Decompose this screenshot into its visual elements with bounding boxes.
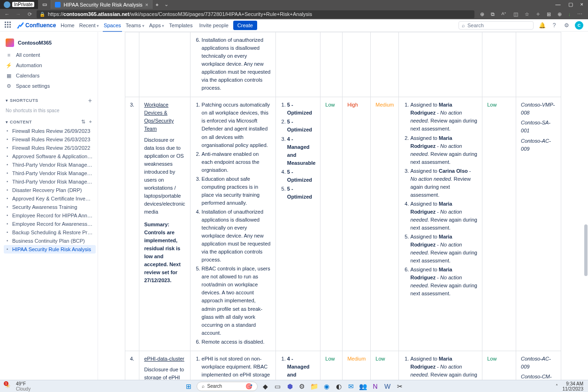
tree-item[interactable]: •Firewall Rules Review 26/09/2023 bbox=[4, 127, 96, 135]
notifications-icon[interactable]: 🔔 bbox=[538, 22, 546, 29]
tree-item[interactable]: •Third-Party Vendor Risk Management - 27… bbox=[4, 177, 96, 186]
zoom-icon[interactable]: ⊕ bbox=[480, 11, 484, 17]
space-header[interactable]: ContosoM365 bbox=[0, 36, 98, 50]
nav-teams[interactable]: Teams bbox=[126, 23, 145, 28]
confluence-logo[interactable]: Confluence bbox=[17, 22, 56, 29]
tree-item[interactable]: •Backup Scheduling & Restore Procedure bbox=[4, 228, 96, 237]
nav-apps[interactable]: Apps bbox=[149, 23, 165, 28]
split-icon[interactable]: ◫ bbox=[513, 11, 518, 17]
browser-tab[interactable]: HIPAA Security Rule Risk Analysis × bbox=[51, 0, 152, 9]
chrome-icon[interactable]: ◐ bbox=[335, 382, 343, 391]
snip-icon[interactable]: ✂ bbox=[396, 382, 404, 391]
outlook-icon[interactable]: ✉ bbox=[347, 382, 355, 391]
scrollbar-thumb[interactable] bbox=[584, 224, 588, 276]
sidebar-automation[interactable]: ⚡Automation bbox=[0, 60, 98, 70]
nav-spaces[interactable]: Spaces bbox=[104, 23, 121, 28]
text-icon[interactable]: A⁺ bbox=[501, 11, 506, 17]
search-input[interactable]: ⌕ Search bbox=[458, 21, 534, 30]
tree-item[interactable]: •Firewall Rules Review 26/10/2022 bbox=[4, 144, 96, 152]
tree-label: Third-Party Vendor Risk Management - 27/… bbox=[12, 170, 93, 176]
tree-item[interactable]: •Approved Software & Applications List bbox=[4, 152, 96, 161]
tab-actions-button[interactable]: ▭ bbox=[38, 0, 51, 9]
avatar[interactable]: C bbox=[575, 21, 583, 30]
main-content[interactable]: Installation of unauthorized application… bbox=[98, 32, 588, 380]
refresh-icon[interactable]: ⟳ bbox=[25, 11, 34, 17]
chevron-icon: • bbox=[7, 188, 10, 192]
tree-item[interactable]: •Business Continuity Plan (BCP) bbox=[4, 237, 96, 245]
copilot-taskbar-icon[interactable]: ◆ bbox=[261, 382, 270, 391]
tree-label: HIPAA Security Rule Risk Analysis bbox=[12, 246, 93, 252]
minimize-icon[interactable]: — bbox=[556, 1, 561, 8]
maximize-icon[interactable]: ▢ bbox=[568, 1, 573, 8]
read-aloud-icon[interactable]: ⧉ bbox=[491, 11, 495, 17]
sidebar-all-content[interactable]: ≡All content bbox=[0, 50, 98, 60]
settings-taskbar-icon[interactable]: ⚙ bbox=[298, 382, 306, 391]
tree-label: Approved Software & Applications List bbox=[12, 154, 93, 159]
collections-icon[interactable]: ⊕ bbox=[557, 11, 562, 17]
sidebar: ContosoM365 ≡All content ⚡Automation ▦Ca… bbox=[0, 32, 98, 380]
favorite-icon[interactable]: ☆ bbox=[525, 11, 529, 17]
add-shortcut-button[interactable]: + bbox=[88, 97, 92, 104]
close-tab-icon[interactable]: × bbox=[145, 2, 148, 8]
sidebar-space-settings[interactable]: ⚙Space settings bbox=[0, 81, 98, 91]
tree-item[interactable]: •Disaster Recovery Plan (DRP) bbox=[4, 186, 96, 194]
search-icon: ⌕ bbox=[202, 384, 205, 389]
new-tab-button[interactable]: + bbox=[153, 2, 162, 8]
close-window-icon[interactable]: × bbox=[580, 1, 583, 8]
gear-icon: ⚙ bbox=[6, 83, 12, 89]
tree-label: Employee Record for Awareness Training bbox=[12, 221, 93, 227]
tab-favicon-icon bbox=[55, 2, 61, 8]
help-icon[interactable]: ? bbox=[550, 22, 558, 29]
tabs-menu-icon[interactable]: ⌄ bbox=[162, 1, 171, 8]
tree-item[interactable]: •Firewall Rules Review 26/03/2023 bbox=[4, 135, 96, 144]
weather-widget[interactable]: 1 49°F Cloudy bbox=[0, 381, 35, 392]
table-row: 3.Workplace Devices & Ops/Security TeamD… bbox=[125, 97, 561, 351]
extensions-icon[interactable]: ⊞ bbox=[547, 11, 551, 17]
filter-icon[interactable]: ⇅ bbox=[81, 119, 85, 125]
tree-item[interactable]: •Employee Record for Awareness Training bbox=[4, 220, 96, 228]
add-page-button[interactable]: + bbox=[89, 119, 92, 125]
forward-icon[interactable]: → bbox=[14, 11, 23, 17]
content-heading: CONTENT bbox=[10, 120, 32, 124]
taskview-icon[interactable]: ▭ bbox=[274, 382, 282, 391]
tree-item[interactable]: •HIPAA Security Rule Risk Analysis bbox=[4, 245, 96, 254]
tree-label: Firewall Rules Review 26/10/2022 bbox=[12, 145, 93, 151]
settings-icon[interactable]: ⚙ bbox=[563, 22, 570, 29]
word-icon[interactable]: W bbox=[383, 382, 392, 391]
chevron-icon: • bbox=[7, 146, 10, 150]
onenote-icon[interactable]: N bbox=[371, 382, 380, 391]
teams-icon[interactable]: 👥 bbox=[359, 382, 367, 391]
create-button[interactable]: Create bbox=[233, 21, 257, 30]
edge-icon[interactable]: ◉ bbox=[322, 382, 331, 391]
search-placeholder: Search bbox=[467, 23, 484, 28]
invite-people-link[interactable]: Invite people bbox=[199, 23, 228, 28]
taskbar-search[interactable]: ⌕ Search 🎯 bbox=[197, 382, 258, 391]
nav-recent[interactable]: Recent bbox=[79, 23, 99, 28]
m365-icon[interactable]: ⬢ bbox=[286, 382, 294, 391]
chevron-down-icon[interactable]: ▾ bbox=[6, 120, 8, 124]
chevron-down-icon[interactable]: ▾ bbox=[6, 98, 8, 103]
scrollbar-vertical[interactable] bbox=[584, 32, 588, 380]
tree-item[interactable]: •Security Awareness Training bbox=[4, 203, 96, 211]
favorites-list-icon[interactable]: ✧ bbox=[536, 11, 540, 17]
tray-chevron-icon[interactable]: ˄ bbox=[556, 384, 558, 389]
sidebar-calendars[interactable]: ▦Calendars bbox=[0, 70, 98, 81]
url-input[interactable]: 🔒 https://contosom365.atlassian.net/wiki… bbox=[37, 10, 474, 18]
confluence-topnav: Confluence Home Recent Spaces Teams Apps… bbox=[0, 19, 588, 32]
tree-item[interactable]: •Employee Record for HIPPA Annual Traini… bbox=[4, 211, 96, 220]
explorer-icon[interactable]: 📁 bbox=[310, 382, 319, 391]
nav-home[interactable]: Home bbox=[61, 23, 74, 28]
tree-item[interactable]: •Third-Party Vendor Risk Management - 27… bbox=[4, 169, 96, 177]
inprivate-badge[interactable]: InPrivate bbox=[0, 0, 38, 9]
back-icon[interactable]: ← bbox=[3, 11, 11, 17]
tree-item[interactable]: •Approved Key & Certificate Inventory bbox=[4, 194, 96, 203]
start-icon[interactable]: ⊞ bbox=[184, 382, 193, 391]
more-icon[interactable]: ⋯ bbox=[577, 11, 582, 17]
clock[interactable]: 9:34 AM 11/2/2023 bbox=[563, 381, 584, 392]
browser-titlebar: InPrivate ▭ HIPAA Security Rule Risk Ana… bbox=[0, 0, 588, 9]
url-text: https://contosom365.atlassian.net/wiki/s… bbox=[48, 11, 312, 17]
app-switcher-icon[interactable] bbox=[5, 22, 12, 29]
tree-item[interactable]: •Third-Party Vendor Risk Management - 27… bbox=[4, 161, 96, 169]
downloads-icon[interactable]: ↓ bbox=[568, 11, 571, 17]
nav-templates[interactable]: Templates bbox=[169, 23, 192, 28]
